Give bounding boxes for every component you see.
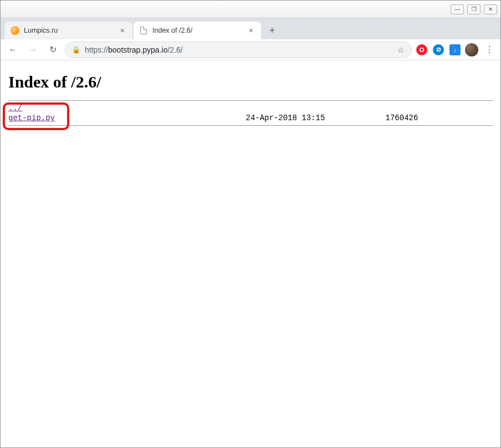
tab-index[interactable]: Index of /2.6/ ×	[134, 22, 261, 39]
divider	[8, 125, 493, 126]
opera-icon[interactable]: O	[416, 44, 427, 55]
adblock-icon[interactable]: ⊘	[433, 44, 444, 55]
page-content: Index of /2.6/ ../ get-pip.py 24-Apr-201…	[1, 60, 500, 447]
lock-icon: 🔒	[72, 46, 80, 54]
extension-icons: O ⊘ ↓	[416, 44, 461, 55]
page-favicon-icon	[139, 26, 148, 35]
downloader-icon[interactable]: ↓	[449, 44, 461, 55]
window-close-button[interactable]: ✕	[484, 4, 497, 14]
file-link-get-pip[interactable]: get-pip.py	[8, 114, 55, 122]
window-minimize-button[interactable]: —	[451, 4, 464, 14]
back-button[interactable]: ←	[5, 42, 21, 58]
divider	[8, 100, 493, 101]
tab-lumpics[interactable]: Lumpics.ru ×	[5, 22, 132, 39]
tab-close-icon[interactable]: ×	[118, 26, 127, 35]
file-size: 1760426	[386, 114, 418, 122]
address-bar[interactable]: 🔒 https://bootstrap.pypa.io/2.6/ ☆	[65, 42, 412, 58]
parent-dir-link[interactable]: ../	[8, 104, 22, 112]
window-titlebar: — ❐ ✕	[1, 1, 500, 18]
reload-button[interactable]: ↻	[45, 42, 60, 58]
tab-title: Lumpics.ru	[24, 27, 118, 34]
browser-window: — ❐ ✕ Lumpics.ru × Index of /2.6/ × + ← …	[0, 0, 501, 448]
page-title: Index of /2.6/	[8, 73, 493, 91]
orange-favicon-icon	[11, 26, 19, 35]
directory-listing: ../ get-pip.py 24-Apr-2018 13:15 1760426	[8, 103, 493, 123]
url-path: /2.6/	[167, 45, 182, 54]
url-text: https://bootstrap.pypa.io/2.6/	[85, 45, 393, 54]
profile-avatar[interactable]	[465, 43, 478, 56]
tab-close-icon[interactable]: ×	[247, 26, 255, 35]
new-tab-button[interactable]: +	[264, 23, 280, 38]
forward-button[interactable]: →	[25, 42, 40, 58]
browser-menu-button[interactable]: ⋮	[483, 43, 496, 56]
window-maximize-button[interactable]: ❐	[467, 4, 480, 14]
file-date: 24-Apr-2018 13:15	[246, 114, 325, 122]
bookmark-star-icon[interactable]: ☆	[397, 45, 405, 54]
url-host: bootstrap.pypa.io	[108, 45, 167, 54]
browser-toolbar: ← → ↻ 🔒 https://bootstrap.pypa.io/2.6/ ☆…	[1, 39, 500, 60]
tab-strip: Lumpics.ru × Index of /2.6/ × +	[1, 18, 500, 39]
url-scheme: https://	[85, 45, 108, 54]
tab-title: Index of /2.6/	[152, 27, 247, 34]
